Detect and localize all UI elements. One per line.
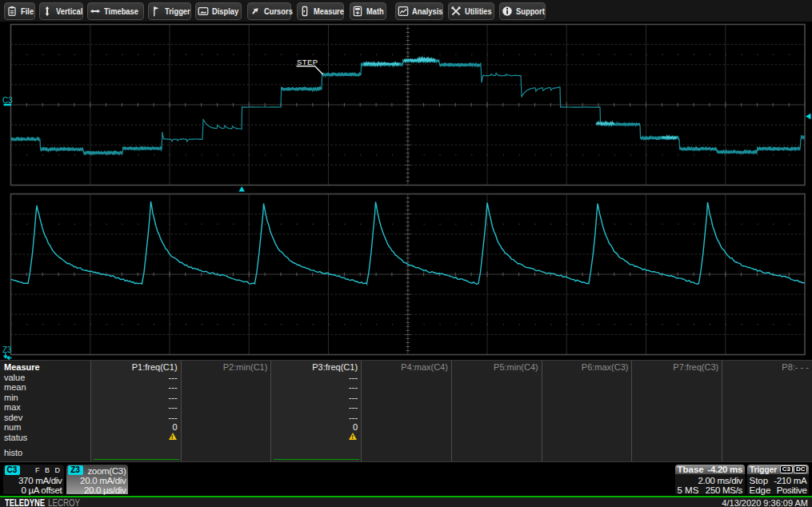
svg-text:STEP: STEP [297,58,318,66]
svg-text:Z3: Z3 [2,345,12,354]
svg-text:C3: C3 [2,96,13,105]
